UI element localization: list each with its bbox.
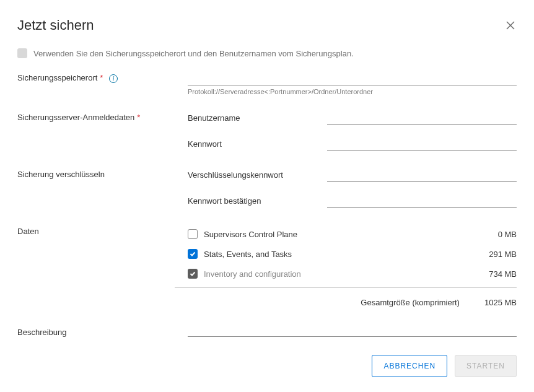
credentials-label: Sicherungsserver-Anmeldedaten (17, 113, 134, 122)
start-button: STARTEN (455, 355, 517, 377)
required-icon: * (100, 73, 103, 82)
use-schedule-label: Verwenden Sie den Sicherungsspeicherort … (33, 49, 354, 58)
total-label: Gesamtgröße (komprimiert) (361, 298, 460, 307)
data-item-label: Supervisors Control Plane (204, 230, 297, 239)
username-input[interactable] (327, 110, 517, 125)
data-item-size: 0 MB (498, 230, 517, 239)
encryption-label: Sicherung verschlüsseln (17, 167, 188, 179)
close-button[interactable] (504, 19, 517, 32)
check-icon (190, 251, 196, 257)
password-label: Kennwort (188, 139, 327, 151)
use-schedule-checkbox (17, 48, 27, 58)
location-helper: Protokoll://Serveradresse<:Portnummer>/O… (188, 88, 517, 95)
data-label: Daten (17, 224, 188, 284)
close-icon (506, 21, 515, 30)
info-icon[interactable]: i (109, 74, 118, 83)
data-item-label: Stats, Events, and Tasks (204, 250, 292, 259)
location-label: Sicherungsspeicherort (17, 73, 97, 82)
username-label: Benutzername (188, 113, 327, 125)
dialog-title: Jetzt sichern (17, 17, 94, 33)
description-input[interactable] (188, 322, 517, 337)
total-value: 1025 MB (484, 298, 517, 307)
data-item-checkbox-inventory (188, 269, 198, 279)
encryption-confirm-label: Kennwort bestätigen (188, 196, 327, 208)
data-item-checkbox-supervisors[interactable] (188, 229, 198, 239)
check-icon (190, 271, 196, 277)
data-item-size: 734 MB (489, 269, 517, 279)
data-item-checkbox-stats[interactable] (188, 249, 198, 259)
location-input[interactable] (188, 71, 517, 85)
data-item-label: Inventory and configuration (204, 269, 301, 279)
cancel-button[interactable]: ABBRECHEN (372, 355, 447, 377)
description-label: Beschreibung (17, 325, 188, 337)
required-icon: * (137, 113, 140, 122)
encryption-confirm-input[interactable] (327, 193, 517, 208)
data-item-size: 291 MB (489, 250, 517, 259)
password-input[interactable] (327, 136, 517, 151)
encryption-password-label: Verschlüsselungskennwort (188, 170, 327, 182)
encryption-password-input[interactable] (327, 167, 517, 182)
